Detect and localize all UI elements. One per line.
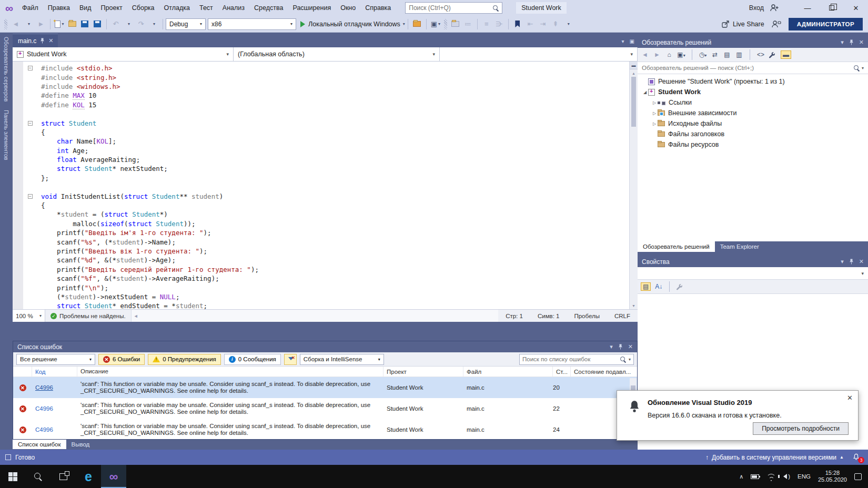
breakpoint-margin[interactable] (13, 118, 23, 127)
previous-bookmark-button[interactable]: ⇤ (524, 18, 536, 30)
solution-explorer-title-bar[interactable]: Обозреватель решений ▾ ✕ (638, 37, 868, 48)
properties-title-bar[interactable]: Свойства ▾ ✕ (638, 256, 868, 267)
breakpoint-margin[interactable] (13, 237, 23, 246)
code-line[interactable]: scanf("%f", &(*student)->AverageRaiting)… (13, 274, 629, 283)
clear-bookmarks-button[interactable]: ⇞ (550, 18, 561, 30)
menu-item-Проект[interactable]: Проект (96, 2, 127, 14)
error-code-link[interactable]: C4996 (32, 384, 77, 391)
menu-item-Отладка[interactable]: Отладка (159, 2, 195, 14)
error-list-title-bar[interactable]: Список ошибок ▾ ✕ (13, 341, 637, 352)
column-file[interactable]: Файл (463, 367, 553, 377)
tree-expander[interactable]: ▷ (651, 111, 658, 116)
global-search-input[interactable]: Поиск (Ctrl+Q) (405, 2, 502, 14)
window-position-dropdown-icon[interactable]: ▾ (841, 258, 844, 265)
build-intellisense-dropdown[interactable]: Сборка и IntelliSense▾ (300, 354, 384, 365)
pin-panel-icon[interactable] (849, 39, 854, 45)
attach-process-button[interactable] (411, 18, 423, 30)
solution-explorer-search-input[interactable]: Обозреватель решений — поиск (Ctrl+;) ▾ (638, 62, 868, 74)
column-description[interactable]: Описание (77, 367, 383, 377)
breakpoint-margin[interactable] (13, 91, 23, 100)
menu-item-Окно[interactable]: Окно (336, 2, 360, 14)
close-tab-icon[interactable]: ✕ (48, 37, 53, 44)
feedback-icon[interactable] (772, 20, 781, 28)
code-line[interactable]: int Age; (13, 146, 629, 155)
back-dropdown[interactable]: ▾ (23, 18, 34, 30)
breakpoint-margin[interactable] (13, 283, 23, 292)
error-code-link[interactable]: C4996 (32, 405, 77, 412)
code-line[interactable]: scanf("%d", &(*student)->Age); (13, 256, 629, 265)
breakpoint-margin[interactable] (13, 292, 23, 301)
fold-collapse-icon[interactable]: − (28, 194, 33, 199)
code-line[interactable]: scanf("%s", (*student)->Name); (13, 237, 629, 246)
increase-indent-button[interactable]: ⋺ (493, 18, 505, 30)
type-scope-dropdown[interactable]: (Глобальная область) ▾ (234, 47, 440, 61)
code-line[interactable]: { (13, 201, 629, 210)
code-line[interactable]: −#include <stdio.h> (13, 64, 629, 73)
tree-item[interactable]: Решение "Student Work" (проекты: 1 из 1) (638, 76, 868, 87)
code-health-indicator[interactable]: ✓ Проблемы не найдены. (45, 313, 131, 319)
menu-item-Расширения[interactable]: Расширения (288, 2, 336, 14)
breakpoint-margin[interactable] (13, 164, 23, 173)
code-line[interactable]: *student = (struct Student*) (13, 210, 629, 219)
fold-collapse-icon[interactable]: − (28, 66, 33, 70)
member-scope-dropdown[interactable]: ▾ (440, 47, 638, 61)
volume-icon[interactable]: ) (783, 473, 790, 480)
properties-icon[interactable] (769, 52, 777, 58)
column-suppression[interactable]: Состояние подавл... (571, 367, 637, 377)
toggle-bookmark-button[interactable] (512, 18, 523, 30)
breakpoint-margin[interactable] (13, 201, 23, 210)
split-editor-handle[interactable]: ▬ (630, 62, 638, 69)
code-line[interactable]: printf("Введіть ім'я 1-го студента: "); (13, 228, 629, 237)
code-editor[interactable]: −#include <stdio.h>#include <string.h>#i… (13, 62, 638, 309)
breakpoint-margin[interactable] (13, 219, 23, 228)
start-debugging-button[interactable]: Локальный отладчик Windows ▾ (300, 21, 405, 28)
navigate-forward-button[interactable]: ► (35, 18, 47, 30)
tree-expander[interactable]: ▷ (651, 121, 658, 126)
clock[interactable]: 15:28 25.05.2020 (818, 470, 847, 483)
breakpoint-margin[interactable] (13, 191, 23, 200)
error-row[interactable]: ✕C4996'scanf': This function or variable… (13, 419, 637, 439)
window-position-dropdown-icon[interactable]: ▾ (610, 343, 613, 350)
toolbar-grip[interactable] (4, 19, 7, 29)
tab-solution-explorer[interactable]: Обозреватель решений (638, 241, 715, 252)
collapse-all-icon[interactable]: ▤ (723, 51, 731, 58)
breakpoint-margin[interactable] (13, 274, 23, 283)
tree-item[interactable]: Файлы заголовков (638, 129, 868, 139)
breakpoint-margin[interactable] (13, 100, 23, 109)
platform-dropdown[interactable]: x86▾ (208, 18, 296, 30)
alphabetical-sort-icon[interactable]: A↓ (654, 283, 663, 290)
code-line[interactable]: struct Student* nextStudent; (13, 164, 629, 173)
document-tab-main-c[interactable]: main.c ✕ (13, 34, 58, 47)
menu-item-Тест[interactable]: Тест (195, 2, 218, 14)
scroll-up-arrow[interactable]: ▲ (630, 69, 638, 77)
switch-views-icon[interactable]: ▣▾ (677, 51, 685, 58)
save-all-button[interactable] (92, 18, 103, 30)
column-project[interactable]: Проект (383, 367, 463, 377)
breakpoint-margin[interactable] (13, 155, 23, 164)
code-line[interactable]: { (13, 128, 629, 137)
tab-output[interactable]: Вывод (66, 440, 95, 449)
language-indicator[interactable]: ENG (798, 473, 811, 480)
code-line[interactable]: }; (13, 174, 629, 182)
property-pages-icon[interactable] (676, 283, 684, 290)
toolbar-overflow-button[interactable]: ▾ (562, 18, 574, 30)
menu-item-Справка[interactable]: Справка (360, 2, 396, 14)
close-panel-icon[interactable]: ✕ (628, 343, 633, 350)
side-tab-Обозреватель серверов[interactable]: Обозреватель серверов (3, 37, 9, 101)
code-line[interactable]: struct Student* endStudent = *student; (13, 301, 629, 309)
spaces-indicator[interactable]: Пробелы (567, 313, 607, 319)
add-to-source-control-button[interactable]: ↑ Добавить в систему управления версиями… (705, 454, 844, 461)
code-line[interactable] (13, 182, 629, 191)
tree-item[interactable]: ◢Student Work (638, 87, 868, 97)
breakpoint-margin[interactable] (13, 137, 23, 146)
breakpoint-margin[interactable] (13, 247, 23, 256)
zoom-dropdown[interactable]: 100 %▾ (13, 310, 45, 322)
battery-icon[interactable] (751, 474, 759, 479)
code-line[interactable]: −struct Student (13, 118, 629, 127)
editor-vertical-scrollbar[interactable]: ▬ ▲ ▼ (629, 62, 638, 309)
menu-item-Анализ[interactable]: Анализ (218, 2, 249, 14)
redo-dropdown[interactable]: ▾ (148, 18, 159, 30)
scope-filter-dropdown[interactable]: Все решение▾ (16, 354, 95, 365)
column-severity[interactable] (13, 367, 32, 377)
tree-item[interactable]: Файлы ресурсов (638, 139, 868, 150)
